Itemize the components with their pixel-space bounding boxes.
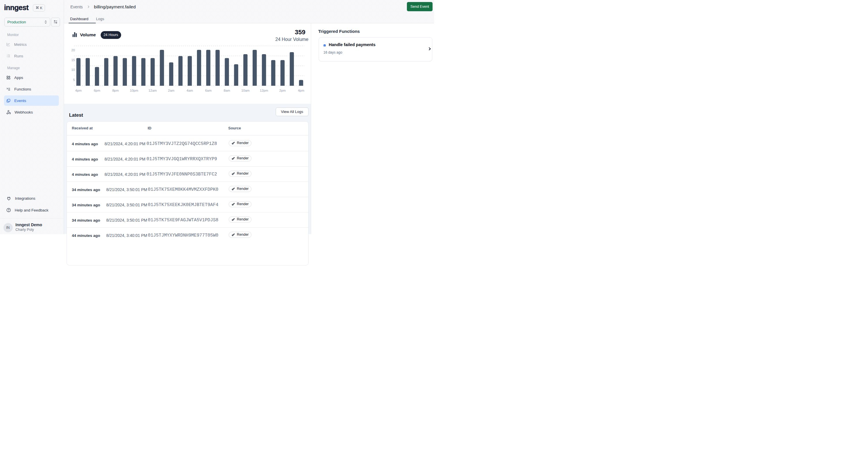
svg-text:2pm: 2pm bbox=[279, 89, 285, 92]
svg-text:10am: 10am bbox=[241, 89, 249, 92]
svg-text:12pm: 12pm bbox=[260, 89, 268, 92]
svg-text:15: 15 bbox=[71, 58, 75, 62]
svg-text:4pm: 4pm bbox=[298, 89, 304, 92]
svg-text:10: 10 bbox=[71, 68, 75, 71]
svg-text:12am: 12am bbox=[148, 89, 157, 92]
svg-text:8am: 8am bbox=[223, 89, 230, 92]
svg-text:20: 20 bbox=[71, 48, 75, 52]
svg-text:6pm: 6pm bbox=[94, 89, 100, 92]
svg-text:4am: 4am bbox=[186, 89, 193, 92]
svg-text:10pm: 10pm bbox=[130, 89, 138, 92]
svg-text:8pm: 8pm bbox=[112, 89, 119, 92]
svg-text:4pm: 4pm bbox=[75, 89, 81, 92]
svg-text:6am: 6am bbox=[205, 89, 211, 92]
svg-text:2am: 2am bbox=[168, 89, 174, 92]
svg-text:5: 5 bbox=[73, 78, 75, 81]
